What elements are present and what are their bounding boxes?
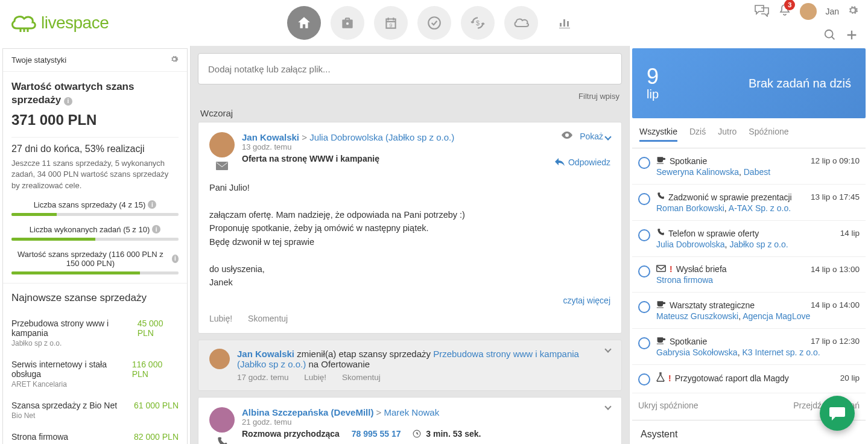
- nav-analytics[interactable]: [548, 6, 581, 40]
- task-date: 17 lip o 12:30: [811, 337, 860, 346]
- task-link[interactable]: Gabrysia Sokołowska: [656, 347, 738, 357]
- task-link[interactable]: Jabłko sp z o.o.: [729, 239, 788, 249]
- task-item: Warsztaty strategiczne 14 lip o 14:00 Ma…: [632, 293, 866, 329]
- opp-sub: ARET Kancelaria: [11, 380, 179, 388]
- feed-item-email: Pokaż Jan Kowalski > Julia Dobrowolska (…: [198, 122, 622, 334]
- settings-button[interactable]: [847, 5, 858, 17]
- logo[interactable]: livespace: [10, 13, 109, 33]
- task-link[interactable]: K3 Internet sp. z o.o.: [742, 347, 820, 357]
- stats-header: Twoje statystyki: [3, 49, 187, 72]
- progress-label: Wartość szans sprzedaży (116 000 PLN z 1…: [11, 250, 179, 268]
- opportunity-item[interactable]: Przebudowa strony www i kampania45 000 P…: [3, 312, 187, 354]
- like-button[interactable]: Lubię!: [209, 314, 232, 323]
- home-icon: [296, 15, 312, 31]
- task-title: Przygotować raport dla Magdy: [675, 373, 789, 383]
- feed-time: 13 godz. temu: [242, 142, 610, 151]
- opportunity-item[interactable]: Strona firmowa82 000 PLN: [3, 426, 187, 444]
- svg-rect-6: [657, 265, 666, 271]
- task-link[interactable]: Seweryna Kalinowska: [656, 167, 739, 177]
- phone-number[interactable]: 78 995 55 17: [352, 429, 401, 439]
- search-button[interactable]: [823, 28, 837, 43]
- open-value-title: Wartość otwartych szans sprzedaży i: [11, 80, 179, 107]
- gear-icon: [847, 5, 858, 16]
- opp-sub: Jabłko sp z o.o.: [11, 339, 179, 347]
- messages-icon[interactable]: [754, 4, 770, 19]
- task-item: Zadzwonić w sprawie prezentacji 13 lip o…: [632, 185, 866, 221]
- task-checkbox[interactable]: [638, 193, 650, 205]
- avatar[interactable]: [800, 3, 817, 20]
- nav-calendar[interactable]: 9: [374, 6, 408, 40]
- task-date: 14 lip: [840, 229, 860, 238]
- opportunity-item[interactable]: Szansa sprzedaży z Bio Net61 000 PLNBio …: [3, 395, 187, 426]
- cloud-icon: [10, 13, 37, 33]
- nav-home[interactable]: [287, 6, 321, 40]
- task-tab[interactable]: Dziś: [689, 127, 706, 142]
- task-tab[interactable]: Wszystkie: [639, 127, 677, 142]
- progress-block: Liczba szans sprzedaży (4 z 15) i: [11, 200, 179, 216]
- opp-amount: 82 000 PLN: [134, 432, 179, 442]
- task-checkbox[interactable]: [638, 229, 650, 241]
- priority-icon: !: [668, 373, 671, 383]
- filter-link[interactable]: Filtruj wpisy: [578, 92, 619, 101]
- info-icon[interactable]: i: [172, 255, 179, 263]
- logo-text: livespace: [41, 13, 109, 33]
- nav-tasks[interactable]: [417, 6, 451, 40]
- nav-contacts[interactable]: [331, 6, 364, 40]
- task-type-icon: [656, 336, 666, 346]
- opp-sub: Bio Net: [11, 411, 179, 420]
- task-link[interactable]: Mateusz Gruszkowski: [656, 311, 738, 321]
- check-circle-icon: [426, 15, 442, 31]
- feed-target[interactable]: Julia Dobrowolska (Jabłko sp z o.o.): [309, 132, 454, 142]
- reply-link[interactable]: Odpowiedz: [555, 157, 610, 167]
- opp-amount: 116 000 PLN: [132, 360, 179, 379]
- task-checkbox[interactable]: [638, 301, 650, 313]
- task-checkbox[interactable]: [638, 157, 650, 169]
- phone-icon: [216, 436, 228, 444]
- task-type-icon: [656, 192, 665, 202]
- feed-author[interactable]: Jan Kowalski: [242, 132, 299, 142]
- like-button[interactable]: Lubię!: [304, 373, 326, 382]
- progress-bar: [11, 238, 179, 241]
- task-checkbox[interactable]: [638, 373, 650, 385]
- info-icon[interactable]: i: [152, 225, 160, 233]
- feed-time: 21 godz. temu: [242, 417, 610, 427]
- task-type-icon: [656, 264, 666, 274]
- feed-author[interactable]: Albina Szczepańska (DeveMill): [242, 407, 373, 417]
- notifications-button[interactable]: 3: [778, 3, 791, 19]
- task-checkbox[interactable]: [638, 337, 650, 349]
- opp-name: Przebudowa strony www i kampania: [11, 319, 138, 338]
- task-checkbox[interactable]: [638, 265, 650, 278]
- hide-late-link[interactable]: Ukryj spóźnione: [638, 401, 699, 410]
- stats-settings-button[interactable]: [170, 55, 179, 65]
- cloud-small-icon: [513, 16, 530, 30]
- task-links: Gabrysia Sokołowska, K3 Internet sp. z o…: [656, 347, 860, 357]
- task-link[interactable]: Dabest: [744, 167, 770, 177]
- show-link[interactable]: Pokaż: [580, 132, 610, 141]
- feed-author[interactable]: Jan Kowalski: [237, 349, 294, 359]
- chat-fab[interactable]: [820, 396, 855, 431]
- day-label: Wczoraj: [200, 108, 619, 118]
- nav-finance[interactable]: $: [461, 6, 495, 40]
- comment-button[interactable]: Skomentuj: [248, 314, 288, 323]
- task-link[interactable]: Roman Borkowski: [656, 203, 724, 213]
- task-date: 14 lip o 14:00: [811, 300, 860, 309]
- opportunity-item[interactable]: Serwis internetowy i stała obsługa116 00…: [3, 354, 187, 395]
- info-icon[interactable]: i: [64, 97, 72, 106]
- feed-avatar: [209, 132, 235, 157]
- task-link[interactable]: Agencja MagLove: [743, 311, 810, 321]
- read-more-link[interactable]: czytaj więcej: [563, 296, 610, 305]
- nav-cloud[interactable]: [504, 6, 538, 40]
- today-day: 9: [647, 66, 659, 87]
- task-link[interactable]: Julia Dobrowolska: [656, 239, 725, 249]
- task-tab[interactable]: Jutro: [718, 127, 737, 142]
- task-link[interactable]: A-TAX Sp. z o.o.: [729, 203, 791, 213]
- note-input[interactable]: [198, 53, 622, 84]
- add-button[interactable]: [845, 28, 858, 43]
- task-tab[interactable]: Spóźnione: [749, 127, 788, 142]
- dollar-cycle-icon: $: [470, 15, 486, 31]
- info-icon[interactable]: i: [148, 200, 156, 209]
- feed-target[interactable]: Marek Nowak: [384, 407, 440, 417]
- opp-name: Szansa sprzedaży z Bio Net: [11, 401, 117, 410]
- comment-button[interactable]: Skomentuj: [342, 373, 381, 382]
- task-link[interactable]: Strona firmowa: [656, 275, 713, 285]
